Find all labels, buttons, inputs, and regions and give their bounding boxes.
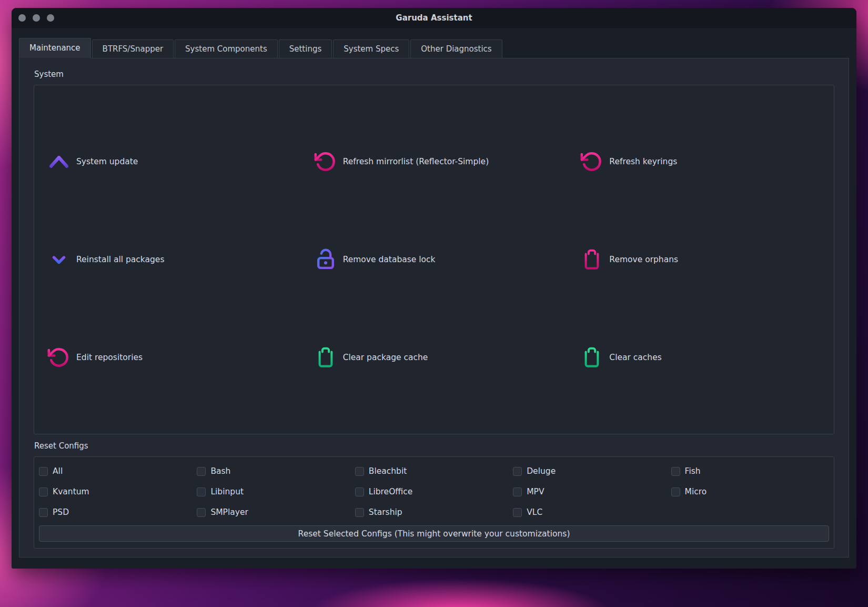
checkbox-smplayer[interactable]: SMPlayer (197, 505, 355, 519)
checkbox-mpv[interactable]: MPV (513, 485, 671, 499)
system-update-button[interactable]: System update (34, 113, 301, 211)
checkbox-box[interactable] (197, 508, 206, 517)
checkbox-psd[interactable]: PSD (39, 505, 197, 519)
button-label: Edit repositories (76, 353, 143, 362)
checkbox-label: All (53, 466, 63, 476)
window-body: Maintenance BTRFS/Snapper System Compone… (12, 28, 856, 569)
checkbox-label: Kvantum (53, 487, 89, 496)
reset-configs-frame: All Bash Bleachbit Deluge Fish Kvantum L… (34, 456, 834, 549)
checkbox-label: Starship (369, 508, 402, 517)
checkbox-label: LibreOffice (369, 487, 413, 496)
checkbox-libreoffice[interactable]: LibreOffice (355, 485, 513, 499)
checkbox-box[interactable] (39, 508, 48, 517)
checkbox-box[interactable] (39, 467, 48, 476)
reset-configs-group: Reset Configs All Bash Bleachbit Deluge … (34, 441, 834, 549)
tab-settings[interactable]: Settings (279, 39, 332, 58)
window-title: Garuda Assistant (12, 13, 856, 23)
checkbox-label: VLC (527, 508, 542, 517)
checkbox-starship[interactable]: Starship (355, 505, 513, 519)
checkbox-label: PSD (53, 508, 69, 517)
reset-selected-configs-button[interactable]: Reset Selected Configs (This might overw… (39, 525, 829, 542)
checkbox-label: Fish (685, 466, 701, 476)
button-label: Refresh keyrings (609, 157, 677, 166)
checkbox-box[interactable] (671, 467, 680, 476)
chevron-up-icon (46, 148, 72, 175)
tab-system-specs[interactable]: System Specs (333, 39, 409, 58)
trash-icon (312, 344, 339, 371)
checkbox-box[interactable] (39, 487, 48, 496)
refresh-keyrings-button[interactable]: Refresh keyrings (567, 113, 834, 211)
garuda-assistant-window: Garuda Assistant Maintenance BTRFS/Snapp… (12, 8, 856, 569)
checkbox-box[interactable] (197, 467, 206, 476)
system-group: System System update Refresh mirrorlist … (34, 69, 834, 434)
unlock-icon (312, 246, 339, 273)
button-label: Remove database lock (343, 255, 436, 264)
checkbox-box[interactable] (355, 467, 364, 476)
trash-icon (579, 344, 605, 371)
checkbox-box[interactable] (513, 508, 522, 517)
checkbox-vlc[interactable]: VLC (513, 505, 671, 519)
checkbox-box[interactable] (513, 487, 522, 496)
refresh-icon (579, 148, 605, 175)
remove-orphans-button[interactable]: Remove orphans (567, 211, 834, 309)
checkbox-bleachbit[interactable]: Bleachbit (355, 464, 513, 478)
checkbox-bash[interactable]: Bash (197, 464, 355, 478)
button-label: Clear caches (609, 353, 661, 362)
system-group-frame: System update Refresh mirrorlist (Reflec… (34, 85, 834, 434)
checkbox-box[interactable] (355, 487, 364, 496)
checkbox-label: MPV (527, 487, 544, 496)
clear-package-cache-button[interactable]: Clear package cache (301, 309, 568, 406)
checkbox-label: Micro (685, 487, 707, 496)
tab-bar: Maintenance BTRFS/Snapper System Compone… (19, 38, 849, 58)
tab-btrfs-snapper[interactable]: BTRFS/Snapper (92, 39, 174, 58)
button-label: Refresh mirrorlist (Reflector-Simple) (343, 157, 489, 166)
tab-other-diagnostics[interactable]: Other Diagnostics (410, 39, 502, 58)
desktop-wallpaper: { "window": { "title": "Garuda Assistant… (0, 0, 868, 607)
checkbox-label: SMPlayer (210, 508, 248, 517)
checkbox-libinput[interactable]: Libinput (197, 485, 355, 499)
reinstall-all-packages-button[interactable]: Reinstall all packages (34, 211, 301, 309)
button-label: Reinstall all packages (76, 255, 164, 264)
checkbox-all[interactable]: All (39, 464, 197, 478)
tab-system-components[interactable]: System Components (175, 39, 278, 58)
refresh-mirrorlist-button[interactable]: Refresh mirrorlist (Reflector-Simple) (301, 113, 568, 211)
system-group-title: System (34, 69, 834, 80)
trash-icon (579, 246, 605, 273)
edit-repositories-button[interactable]: Edit repositories (34, 309, 301, 406)
checkbox-deluge[interactable]: Deluge (513, 464, 671, 478)
checkbox-box[interactable] (513, 467, 522, 476)
download-icon (46, 246, 72, 273)
refresh-icon (46, 344, 72, 371)
titlebar[interactable]: Garuda Assistant (12, 8, 856, 28)
checkbox-label: Deluge (527, 466, 556, 476)
refresh-icon (312, 148, 339, 175)
checkbox-fish[interactable]: Fish (671, 464, 829, 478)
checkbox-label: Bleachbit (369, 466, 407, 476)
reset-configs-checkbox-grid: All Bash Bleachbit Deluge Fish Kvantum L… (39, 464, 829, 519)
remove-database-lock-button[interactable]: Remove database lock (301, 211, 568, 309)
checkbox-box[interactable] (197, 487, 206, 496)
tab-content-maintenance: System System update Refresh mirrorlist … (19, 58, 849, 558)
checkbox-kvantum[interactable]: Kvantum (39, 485, 197, 499)
checkbox-label: Libinput (210, 487, 244, 496)
checkbox-box[interactable] (671, 487, 680, 496)
button-label: Clear package cache (343, 353, 428, 362)
clear-caches-button[interactable]: Clear caches (567, 309, 834, 406)
button-label: System update (76, 157, 138, 166)
checkbox-micro[interactable]: Micro (671, 485, 829, 499)
reset-configs-group-title: Reset Configs (34, 441, 834, 452)
checkbox-label: Bash (210, 466, 230, 476)
tab-maintenance[interactable]: Maintenance (19, 38, 91, 58)
button-label: Remove orphans (609, 255, 678, 264)
checkbox-box[interactable] (355, 508, 364, 517)
